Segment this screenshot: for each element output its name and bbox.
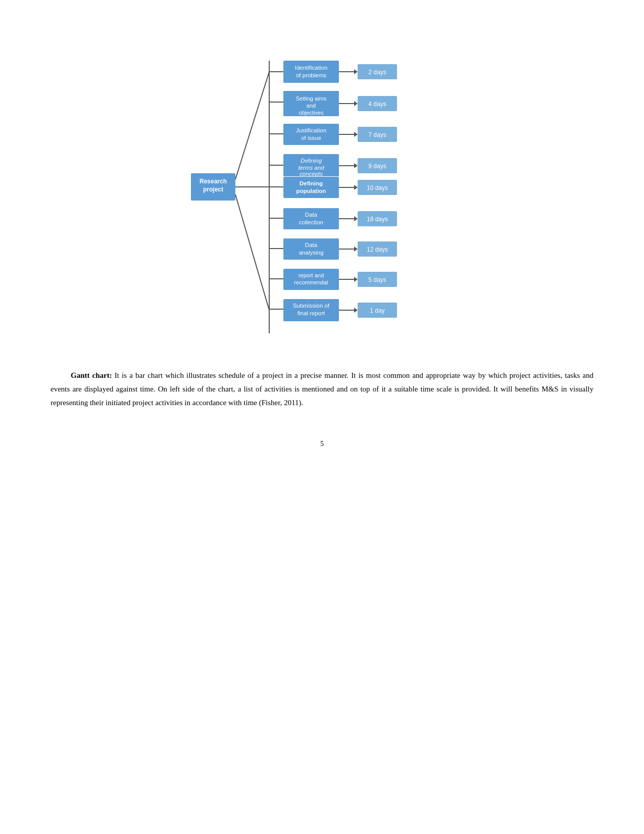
research-label-2: project: [203, 186, 223, 193]
arrow-head-4: [354, 163, 358, 168]
arrow-head-7: [354, 247, 358, 252]
days-label-5: 10 days: [366, 184, 387, 191]
task-label-3a: Justification: [295, 127, 326, 133]
diagram-wrapper: Research project Identification of probl…: [51, 45, 593, 349]
task-label-7a: Data: [305, 242, 317, 248]
gantt-bold-label: Gantt chart:: [71, 371, 112, 379]
diag-line-lower: [235, 194, 269, 310]
days-label-6: 18 days: [366, 216, 387, 223]
task-label-5a: Defining: [300, 180, 323, 186]
days-label-4: 9 days: [368, 163, 386, 170]
arrow-head-8: [354, 277, 358, 282]
task-label-5b: population: [296, 188, 326, 194]
text-section: Gantt chart: It is a bar chart which ill…: [51, 369, 593, 410]
task-box-1: [283, 61, 339, 83]
task-label-4c: concepts: [299, 171, 322, 177]
task-label-9a: Submission of: [292, 303, 329, 309]
days-label-2: 4 days: [368, 101, 386, 108]
page-content: Research project Identification of probl…: [51, 45, 593, 448]
task-label-9b: final report: [297, 310, 325, 316]
arrow-head-9: [354, 308, 358, 313]
arrow-head-6: [354, 216, 358, 221]
task-label-4b: terms and: [298, 165, 324, 171]
arrow-head-5: [354, 185, 358, 190]
days-label-1: 2 days: [368, 69, 386, 76]
task-label-4a: Defining: [300, 158, 322, 164]
arrow-head-3: [354, 132, 358, 137]
diag-line-upper: [235, 72, 269, 179]
gantt-body-text: It is a bar chart which illustrates sche…: [51, 371, 593, 407]
page-number: 5: [51, 440, 593, 448]
task-label-8a: report and: [298, 272, 323, 278]
task-label-3b: of issue: [301, 135, 321, 141]
days-label-3: 7 days: [368, 131, 386, 138]
days-label-9: 1 day: [370, 307, 384, 314]
task-label-6a: Data: [305, 212, 317, 218]
research-label-1: Research: [199, 178, 226, 185]
task-label-2b2: and: [306, 103, 315, 109]
arrow-head-2: [354, 101, 358, 106]
arrow-head-1: [354, 69, 358, 74]
task-label-7b: analysing: [299, 250, 323, 256]
task-label-6b: collection: [299, 219, 323, 225]
gantt-paragraph: Gantt chart: It is a bar chart which ill…: [51, 369, 593, 410]
task-label-1b: of problems: [295, 72, 326, 78]
diagram-svg: Research project Identification of probl…: [181, 45, 464, 349]
task-label-8b: recommendat: [294, 279, 328, 285]
days-label-8: 5 days: [368, 276, 386, 283]
days-label-7: 12 days: [366, 246, 387, 253]
task-label-1a: Identification: [294, 65, 327, 71]
task-label-2c2: objectives: [299, 110, 323, 116]
task-label-2a2: Setting aims: [295, 95, 326, 102]
